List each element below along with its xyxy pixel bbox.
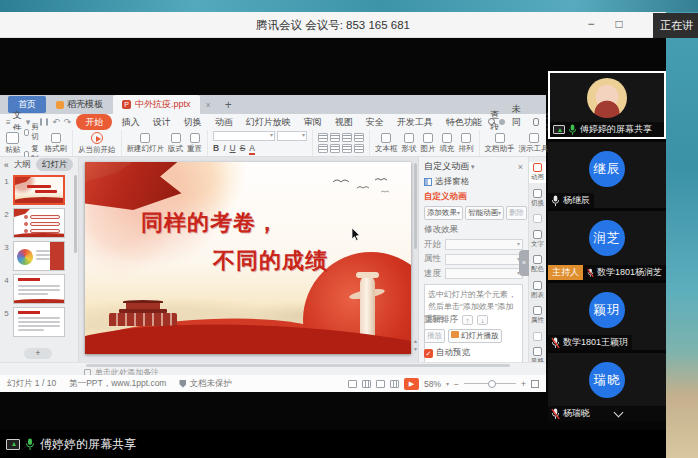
reading-view-icon[interactable]	[376, 380, 385, 388]
slide-thumb-4[interactable]: 4	[0, 274, 78, 304]
fill-button[interactable]: 填充	[440, 133, 455, 154]
reset-button[interactable]: 重置	[187, 133, 202, 154]
menu-animation[interactable]: 动画	[208, 116, 239, 129]
auto-preview-checkbox[interactable]: ✓ 自动预览	[424, 347, 523, 359]
minimize-button[interactable]: −	[578, 12, 604, 38]
format-painter-button[interactable]: 格式刷	[45, 133, 68, 154]
indent-increase-icon[interactable]	[354, 133, 364, 142]
move-down-button[interactable]: ↓	[477, 315, 488, 325]
sidebar-tab-3[interactable]	[529, 213, 546, 224]
slide-thumb-5[interactable]: 5	[0, 307, 78, 337]
property-select[interactable]	[445, 254, 523, 265]
speed-select[interactable]	[445, 268, 523, 279]
menu-view[interactable]: 视图	[328, 116, 359, 129]
sidebar-tab-text[interactable]: 文字	[529, 229, 546, 250]
slideshow-play-button[interactable]: 幻灯片播放	[448, 329, 502, 343]
new-slide-button[interactable]: 新建幻灯片	[127, 133, 165, 154]
sidebar-collapse-handle[interactable]: »	[519, 250, 529, 276]
menu-devtools[interactable]: 开发工具	[390, 116, 439, 129]
tab-document[interactable]: P 中外抗疫.pptx	[113, 95, 200, 114]
sidebar-tab-colors[interactable]: 配色	[529, 254, 546, 275]
thumbnail-image-3[interactable]	[13, 241, 65, 271]
menu-features[interactable]: 特色功能	[439, 116, 488, 129]
cut-button[interactable]: 剪切	[24, 122, 41, 142]
layout-button[interactable]: 版式	[168, 133, 183, 154]
participant-tile[interactable]: 瑞晓 杨瑞晓	[548, 353, 666, 421]
chevron-down-icon[interactable]: ▾	[471, 163, 475, 171]
play-from-current-button[interactable]: 从当前开始	[78, 132, 116, 155]
participant-tile-host[interactable]: 润芝 主持人 数学1801杨润芝	[548, 211, 666, 280]
tab-slides[interactable]: 幻灯片	[36, 158, 74, 171]
slide-canvas[interactable]: 同样的考卷， 不同的成绩	[85, 162, 411, 354]
menu-slideshow[interactable]: 幻灯片放映	[239, 116, 297, 129]
zoom-out-button[interactable]: −	[454, 379, 459, 389]
menu-insert[interactable]: 插入	[115, 116, 146, 129]
slide-thumb-3[interactable]: 3	[0, 241, 78, 271]
shape-button[interactable]: 形状	[402, 133, 417, 154]
move-up-button[interactable]: ↑	[462, 315, 473, 325]
menu-security[interactable]: 安全	[359, 116, 390, 129]
paste-button[interactable]: 粘贴	[5, 132, 20, 155]
slide-title-line1[interactable]: 同样的考卷，	[141, 208, 279, 238]
add-slide-button[interactable]: +	[24, 348, 52, 359]
italic-button[interactable]: I	[223, 143, 225, 155]
slideshow-play-button[interactable]: ▶	[404, 378, 419, 390]
sidebar-tab-transition[interactable]: 切换	[529, 188, 546, 209]
underline-button[interactable]: U	[230, 143, 236, 155]
smart-anim-button[interactable]: 智能动画▾	[465, 206, 504, 220]
thumbnail-image-2[interactable]	[13, 208, 65, 238]
doc-assistant-button[interactable]: 文档助手	[485, 133, 515, 154]
picture-button[interactable]: 图片	[421, 133, 436, 154]
add-effect-button[interactable]: 添加效果▾	[424, 206, 463, 220]
zoom-slider-knob[interactable]	[488, 380, 496, 388]
slide-sorter-icon[interactable]	[362, 380, 371, 388]
indent-decrease-icon[interactable]	[342, 133, 352, 142]
delete-effect-button[interactable]: 删除	[506, 206, 527, 220]
font-size-combo[interactable]	[277, 131, 307, 141]
align-center-icon[interactable]	[330, 144, 340, 153]
menu-design[interactable]: 设计	[146, 116, 177, 129]
slide-title-line2[interactable]: 不同的成绩	[213, 246, 328, 276]
participant-tile-sharer[interactable]: 傅婷婷的屏幕共享	[548, 71, 666, 139]
font-name-combo[interactable]	[213, 131, 275, 141]
text-box-button[interactable]: 文本框	[375, 133, 398, 154]
sidebar-tab-chart[interactable]: 图表	[529, 280, 546, 301]
zoom-slider[interactable]	[464, 383, 516, 384]
save-icon[interactable]	[40, 118, 42, 126]
slide-thumb-2[interactable]: 2	[0, 208, 78, 238]
menu-start[interactable]: 开始	[76, 114, 112, 130]
arrange-button[interactable]: 排列	[459, 133, 474, 154]
present-tool-button[interactable]: 演示工具	[519, 133, 549, 154]
line-spacing-icon[interactable]	[354, 144, 364, 153]
font-color-button[interactable]: A	[249, 143, 255, 155]
align-right-icon[interactable]	[342, 144, 352, 153]
bullets-icon[interactable]	[318, 133, 328, 142]
notes-view-icon[interactable]	[390, 380, 399, 388]
menu-review[interactable]: 审阅	[297, 116, 328, 129]
thumbnail-image-5[interactable]	[13, 307, 65, 337]
thumbnail-image-4[interactable]	[13, 274, 65, 304]
collapse-panel-icon[interactable]: «	[4, 160, 9, 170]
normal-view-icon[interactable]	[348, 380, 357, 388]
close-pane-icon[interactable]: ×	[518, 162, 523, 172]
sidebar-tab-properties[interactable]: 属性	[529, 305, 546, 326]
fit-screen-icon[interactable]	[531, 380, 539, 388]
slide-vertical-scrollbar[interactable]	[414, 163, 417, 249]
redo-icon[interactable]: ↷	[64, 117, 72, 127]
selection-pane-button[interactable]: 选择窗格	[424, 176, 523, 188]
align-left-icon[interactable]	[318, 144, 328, 153]
participant-tile[interactable]: 继辰 杨继辰	[548, 142, 666, 208]
participant-tile[interactable]: 颖玥 数学1801王颖玥	[548, 283, 666, 350]
collapse-list-chevron-icon[interactable]	[614, 407, 624, 417]
sidebar-tab-8[interactable]	[529, 331, 546, 342]
new-tab-button[interactable]: +	[217, 98, 240, 112]
play-animation-button[interactable]: 播放	[424, 329, 445, 343]
zoom-in-button[interactable]: +	[521, 379, 526, 389]
tab-outline[interactable]: 大纲	[14, 159, 31, 171]
bold-button[interactable]: B	[213, 143, 219, 155]
slide-thumb-1[interactable]: 1	[0, 175, 78, 205]
strike-button[interactable]: S	[240, 143, 246, 155]
maximize-button[interactable]: □	[606, 12, 632, 38]
menu-transition[interactable]: 切换	[177, 116, 208, 129]
start-select[interactable]	[445, 239, 523, 250]
